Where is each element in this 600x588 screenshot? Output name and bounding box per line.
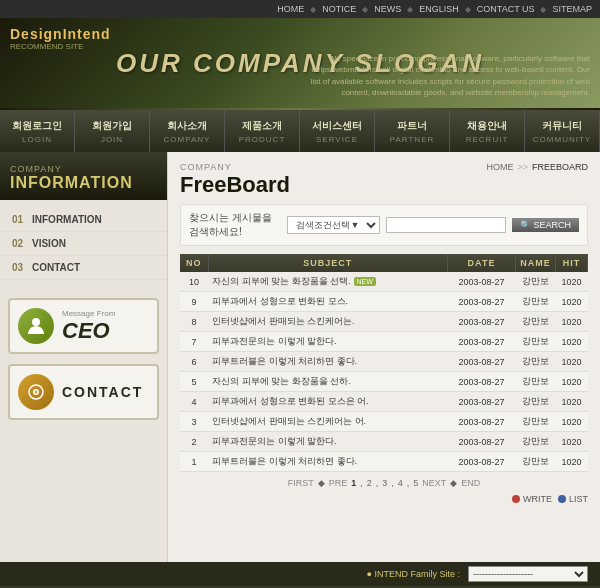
cell-date: 2003-08-27 <box>448 352 516 372</box>
nav-partner[interactable]: 파트너 PARTNER <box>375 110 450 152</box>
nav-label: 회원로그인 <box>12 119 62 133</box>
top-nav-home[interactable]: HOME <box>277 4 304 14</box>
family-site-select[interactable]: -------------------- <box>468 566 588 582</box>
cell-subject[interactable]: 피부과에서 성형으로 변화된 모스. <box>208 292 448 312</box>
cell-subject[interactable]: 인터넷샵에서 판매되는 스킨케어는 어. <box>208 412 448 432</box>
page-3[interactable]: 3 <box>382 478 387 488</box>
breadcrumb-area: COMPANY FreeBoard HOME >> FREEBOARD <box>180 162 588 198</box>
search-condition-select[interactable]: 검색조건선택▼ <box>287 216 380 234</box>
cell-subject[interactable]: 피부트러블은 이렇게 처리하면 좋다. <box>208 352 448 372</box>
nav-login[interactable]: 회원로그인 LOGIN <box>0 110 75 152</box>
page-4[interactable]: 4 <box>398 478 403 488</box>
cell-no: 2 <box>180 432 208 452</box>
cell-date: 2003-08-27 <box>448 412 516 432</box>
brand-sub: RECOMMEND SITE <box>10 42 111 51</box>
nav-company[interactable]: 회사소개 COMPANY <box>150 110 225 152</box>
nav-sub-label: PARTNER <box>390 135 435 144</box>
page-comma: , <box>360 478 363 488</box>
sidebar-item-vision[interactable]: 02 VISION <box>0 232 167 256</box>
table-row[interactable]: 4피부과에서 성형으로 변화된 모스은 어.2003-08-27강만보1020 <box>180 392 588 412</box>
table-row[interactable]: 2피부과전문의는 이렇게 말한다.2003-08-27강만보1020 <box>180 432 588 452</box>
table-row[interactable]: 7피부과전문의는 이렇게 말한다.2003-08-27강만보1020 <box>180 332 588 352</box>
cell-name: 강만보 <box>516 352 556 372</box>
cell-subject[interactable]: 피부과전문의는 이렇게 말한다. <box>208 332 448 352</box>
table-row[interactable]: 5자신의 피부에 맞는 화장품을 선하.2003-08-27강만보1020 <box>180 372 588 392</box>
search-button[interactable]: 🔍 SEARCH <box>512 218 579 232</box>
contact-box[interactable]: CONTACT <box>8 364 159 420</box>
write-button[interactable]: WRITE <box>512 494 552 504</box>
sidebar-header: COMPANY INFORMATION <box>0 152 167 200</box>
contact-phone-icon <box>26 382 46 402</box>
nav-product[interactable]: 제품소개 PRODUCT <box>225 110 300 152</box>
page-end[interactable]: END <box>461 478 480 488</box>
menu-label: INFORMATION <box>32 214 102 225</box>
cell-hit: 1020 <box>556 312 588 332</box>
sidebar-item-information[interactable]: 01 INFORMATION <box>0 208 167 232</box>
nav-community[interactable]: 커뮤니티 COMMUNITY <box>525 110 600 152</box>
page-comma: , <box>376 478 379 488</box>
list-button[interactable]: LIST <box>558 494 588 504</box>
top-nav-contact-us[interactable]: CONTACT US <box>477 4 535 14</box>
page-prev[interactable]: PRE <box>329 478 348 488</box>
page-first[interactable]: FIRST <box>288 478 314 488</box>
menu-number: 03 <box>12 262 32 273</box>
top-nav-notice[interactable]: NOTICE <box>322 4 356 14</box>
cell-hit: 1020 <box>556 372 588 392</box>
cell-hit: 1020 <box>556 412 588 432</box>
cell-subject[interactable]: 인터넷샵에서 판매되는 스킨케어는. <box>208 312 448 332</box>
cell-subject[interactable]: 자신의 피부에 맞는 화장품을 선택.NEW <box>208 272 448 292</box>
top-nav-english[interactable]: ENGLISH <box>419 4 459 14</box>
nav-label: 서비스센터 <box>312 119 362 133</box>
page-next[interactable]: NEXT <box>422 478 446 488</box>
cell-subject[interactable]: 피부과에서 성형으로 변화된 모스은 어. <box>208 392 448 412</box>
sidebar-item-contact[interactable]: 03 CONTACT <box>0 256 167 280</box>
nav-join[interactable]: 회원가입 JOIN <box>75 110 150 152</box>
cell-date: 2003-08-27 <box>448 312 516 332</box>
cell-no: 1 <box>180 452 208 472</box>
ceo-box[interactable]: Message From CEO <box>8 298 159 354</box>
nav-dot: ◆ <box>540 5 546 14</box>
page-2[interactable]: 2 <box>367 478 372 488</box>
cell-subject[interactable]: 피부트러블은 이렇게 처리하면 좋다. <box>208 452 448 472</box>
page-1[interactable]: 1 <box>351 478 356 488</box>
cell-name: 강만보 <box>516 432 556 452</box>
search-label: 찾으시는 게시물을 검색하세요! <box>189 211 281 239</box>
nav-sub-label: RECRUIT <box>466 135 509 144</box>
main-navigation: 회원로그인 LOGIN 회원가입 JOIN 회사소개 COMPANY 제품소개 … <box>0 110 600 152</box>
page-5[interactable]: 5 <box>413 478 418 488</box>
write-label: WRITE <box>523 494 552 504</box>
search-input[interactable] <box>386 217 506 233</box>
table-row[interactable]: 6피부트러블은 이렇게 처리하면 좋다.2003-08-27강만보1020 <box>180 352 588 372</box>
cell-date: 2003-08-27 <box>448 272 516 292</box>
table-row[interactable]: 9피부과에서 성형으로 변화된 모스.2003-08-27강만보1020 <box>180 292 588 312</box>
page-dot: ◆ <box>450 478 457 488</box>
ceo-title: CEO <box>62 318 115 344</box>
col-subject: SUBJECT <box>208 254 448 272</box>
cell-subject[interactable]: 피부과전문의는 이렇게 말한다. <box>208 432 448 452</box>
svg-point-0 <box>32 318 40 326</box>
table-row[interactable]: 8인터넷샵에서 판매되는 스킨케어는.2003-08-27강만보1020 <box>180 312 588 332</box>
breadcrumb-current: FREEBOARD <box>532 162 588 172</box>
cell-name: 강만보 <box>516 312 556 332</box>
family-label: ● INTEND Family Site : <box>367 569 460 579</box>
company-label: COMPANY <box>180 162 290 172</box>
nav-service[interactable]: 서비스센터 SERVICE <box>300 110 375 152</box>
cell-subject[interactable]: 자신의 피부에 맞는 화장품을 선하. <box>208 372 448 392</box>
table-row[interactable]: 1피부트러블은 이렇게 처리하면 좋다.2003-08-27강만보1020 <box>180 452 588 472</box>
table-row[interactable]: 10자신의 피부에 맞는 화장품을 선택.NEW2003-08-27강만보102… <box>180 272 588 292</box>
write-icon <box>512 495 520 503</box>
cell-date: 2003-08-27 <box>448 452 516 472</box>
list-label: LIST <box>569 494 588 504</box>
page-comma: , <box>391 478 394 488</box>
breadcrumb-home[interactable]: HOME <box>486 162 513 172</box>
nav-recruit[interactable]: 채용안내 RECRUIT <box>450 110 525 152</box>
table-row[interactable]: 3인터넷샵에서 판매되는 스킨케어는 어.2003-08-27강만보1020 <box>180 412 588 432</box>
top-nav-sitemap[interactable]: SITEMAP <box>552 4 592 14</box>
nav-sub-label: LOGIN <box>22 135 52 144</box>
cell-date: 2003-08-27 <box>448 432 516 452</box>
col-name: NAME <box>516 254 556 272</box>
top-nav-news[interactable]: NEWS <box>374 4 401 14</box>
nav-dot: ◆ <box>465 5 471 14</box>
nav-label: 회사소개 <box>167 119 207 133</box>
sidebar-info-label: INFORMATION <box>10 174 157 192</box>
